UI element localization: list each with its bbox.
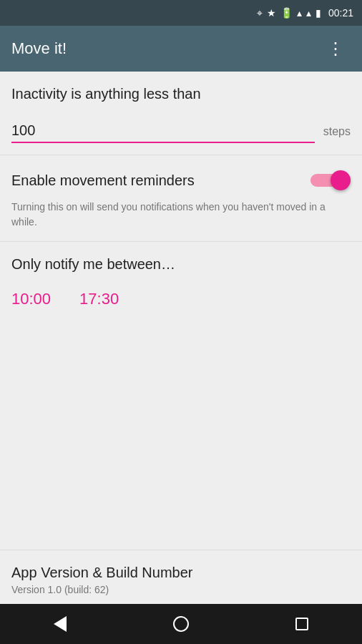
toggle-thumb — [331, 170, 351, 190]
home-icon — [173, 616, 189, 632]
app-title: Move it! — [11, 39, 67, 58]
notify-section: Only notify me between… — [0, 242, 362, 278]
wifi-icon: ▴ — [297, 7, 302, 19]
nav-bar — [0, 604, 362, 644]
overflow-menu-button[interactable]: ⋮ — [321, 33, 351, 64]
notify-between-label: Only notify me between… — [11, 256, 351, 273]
toggle-description: Turning this on will send you notificati… — [0, 200, 362, 241]
steps-input[interactable] — [11, 119, 315, 143]
spacer — [0, 320, 362, 550]
status-time: 00:21 — [328, 7, 353, 19]
back-icon — [54, 616, 67, 632]
status-bar: ⌖ ★ 🔋 ▴ ▴ ▮ 00:21 — [0, 0, 362, 26]
inactivity-label: Inactivity is anything less than — [11, 86, 351, 102]
steps-input-wrapper — [11, 119, 315, 143]
version-title: App Version & Build Number — [11, 565, 351, 581]
version-text: Version 1.0 (build: 62) — [11, 584, 351, 595]
app-bar: Move it! ⋮ — [0, 26, 362, 72]
toggle-row: Enable movement reminders — [0, 155, 362, 200]
star-icon: ★ — [267, 7, 276, 19]
time-row: 10:00 17:30 — [0, 278, 362, 320]
battery-icon: ▮ — [315, 7, 321, 19]
main-content: Inactivity is anything less than steps E… — [0, 72, 362, 604]
vibrate-icon: 🔋 — [280, 7, 293, 19]
version-section: App Version & Build Number Version 1.0 (… — [0, 550, 362, 604]
steps-input-row: steps — [0, 119, 362, 155]
nav-back-button[interactable] — [39, 604, 82, 644]
end-time[interactable]: 17:30 — [79, 290, 119, 308]
enable-reminders-label: Enable movement reminders — [11, 172, 195, 189]
enable-reminders-toggle[interactable] — [310, 170, 351, 191]
start-time[interactable]: 10:00 — [11, 290, 51, 308]
inactivity-section: Inactivity is anything less than — [0, 72, 362, 119]
recent-icon — [295, 618, 308, 630]
nav-recent-button[interactable] — [280, 604, 323, 644]
steps-unit: steps — [323, 125, 351, 138]
signal-icon: ▴ — [306, 7, 311, 19]
bluetooth-icon: ⌖ — [257, 7, 263, 19]
nav-home-button[interactable] — [160, 604, 202, 644]
